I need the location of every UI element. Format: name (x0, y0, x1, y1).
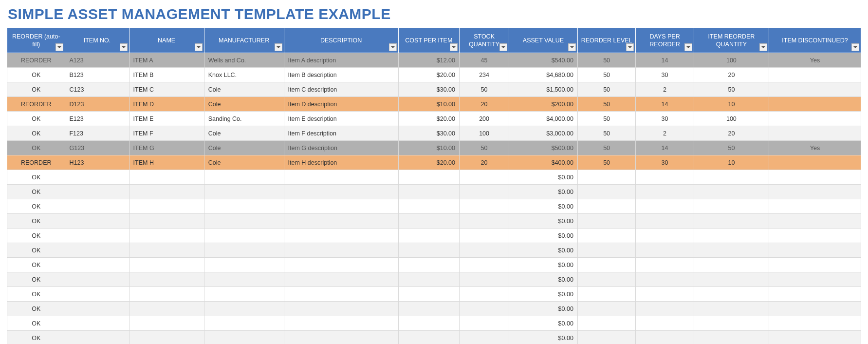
cell-level[interactable] (577, 287, 635, 302)
cell-cost[interactable] (398, 316, 459, 331)
cell-description[interactable]: Item G description (284, 141, 398, 155)
cell-cost[interactable] (398, 272, 459, 287)
cell-description[interactable] (284, 170, 398, 185)
cell-disc[interactable] (769, 126, 861, 141)
cell-item_no[interactable]: E123 (65, 112, 129, 126)
cell-disc[interactable] (769, 229, 861, 243)
cell-name[interactable] (129, 316, 204, 331)
cell-stock[interactable] (460, 185, 509, 199)
cell-reorder[interactable]: OK (7, 302, 65, 316)
cell-reqty[interactable] (694, 272, 769, 287)
cell-stock[interactable] (460, 214, 509, 229)
cell-level[interactable]: 50 (577, 82, 635, 97)
cell-days[interactable] (636, 243, 694, 258)
cell-stock[interactable] (460, 287, 509, 302)
cell-reorder[interactable]: OK (7, 170, 65, 185)
cell-reqty[interactable] (694, 199, 769, 214)
cell-asset[interactable]: $200.00 (509, 97, 578, 112)
cell-reorder[interactable]: OK (7, 258, 65, 272)
cell-cost[interactable] (398, 170, 459, 185)
cell-level[interactable] (577, 229, 635, 243)
cell-manufacturer[interactable] (204, 331, 284, 344)
cell-asset[interactable]: $0.00 (509, 287, 578, 302)
cell-stock[interactable] (460, 170, 509, 185)
cell-name[interactable] (129, 214, 204, 229)
cell-days[interactable] (636, 214, 694, 229)
cell-disc[interactable] (769, 199, 861, 214)
cell-item_no[interactable] (65, 272, 129, 287)
cell-reorder[interactable]: OK (7, 126, 65, 141)
cell-level[interactable] (577, 316, 635, 331)
cell-reqty[interactable]: 20 (694, 126, 769, 141)
cell-name[interactable]: ITEM H (129, 155, 204, 170)
cell-item_no[interactable] (65, 214, 129, 229)
cell-item_no[interactable] (65, 331, 129, 344)
cell-description[interactable] (284, 199, 398, 214)
cell-stock[interactable] (460, 258, 509, 272)
cell-cost[interactable] (398, 287, 459, 302)
cell-item_no[interactable]: D123 (65, 97, 129, 112)
cell-name[interactable] (129, 229, 204, 243)
cell-name[interactable]: ITEM E (129, 112, 204, 126)
cell-reorder[interactable]: OK (7, 243, 65, 258)
cell-asset[interactable]: $4,680.00 (509, 68, 578, 82)
cell-reqty[interactable] (694, 302, 769, 316)
cell-reorder[interactable]: OK (7, 82, 65, 97)
cell-reorder[interactable]: OK (7, 272, 65, 287)
cell-disc[interactable] (769, 82, 861, 97)
cell-level[interactable] (577, 258, 635, 272)
cell-reqty[interactable]: 50 (694, 82, 769, 97)
cell-manufacturer[interactable] (204, 258, 284, 272)
cell-name[interactable] (129, 243, 204, 258)
cell-reorder[interactable]: REORDER (7, 53, 65, 68)
cell-disc[interactable] (769, 316, 861, 331)
cell-reqty[interactable] (694, 229, 769, 243)
cell-name[interactable] (129, 170, 204, 185)
cell-reqty[interactable] (694, 287, 769, 302)
cell-item_no[interactable] (65, 243, 129, 258)
cell-disc[interactable] (769, 258, 861, 272)
cell-level[interactable]: 50 (577, 126, 635, 141)
cell-cost[interactable] (398, 199, 459, 214)
cell-reqty[interactable] (694, 185, 769, 199)
cell-asset[interactable]: $0.00 (509, 302, 578, 316)
cell-stock[interactable]: 234 (460, 68, 509, 82)
cell-name[interactable] (129, 331, 204, 344)
cell-reorder[interactable]: OK (7, 185, 65, 199)
cell-name[interactable] (129, 258, 204, 272)
cell-item_no[interactable] (65, 199, 129, 214)
cell-description[interactable]: Item H description (284, 155, 398, 170)
cell-reorder[interactable]: OK (7, 141, 65, 155)
cell-description[interactable]: Item A description (284, 53, 398, 68)
cell-level[interactable]: 50 (577, 68, 635, 82)
cell-days[interactable]: 2 (636, 126, 694, 141)
cell-reorder[interactable]: OK (7, 229, 65, 243)
cell-manufacturer[interactable] (204, 214, 284, 229)
cell-description[interactable] (284, 214, 398, 229)
cell-reqty[interactable]: 20 (694, 68, 769, 82)
cell-cost[interactable]: $12.00 (398, 53, 459, 68)
cell-name[interactable]: ITEM C (129, 82, 204, 97)
cell-item_no[interactable]: F123 (65, 126, 129, 141)
filter-dropdown-icon[interactable] (195, 43, 203, 51)
cell-name[interactable]: ITEM B (129, 68, 204, 82)
cell-disc[interactable] (769, 214, 861, 229)
cell-cost[interactable] (398, 302, 459, 316)
cell-stock[interactable] (460, 243, 509, 258)
cell-level[interactable]: 50 (577, 141, 635, 155)
cell-manufacturer[interactable]: Sanding Co. (204, 112, 284, 126)
cell-cost[interactable]: $20.00 (398, 68, 459, 82)
cell-disc[interactable] (769, 170, 861, 185)
cell-reqty[interactable]: 10 (694, 97, 769, 112)
cell-stock[interactable] (460, 229, 509, 243)
cell-reorder[interactable]: OK (7, 331, 65, 344)
cell-level[interactable]: 50 (577, 155, 635, 170)
cell-days[interactable] (636, 258, 694, 272)
cell-days[interactable] (636, 316, 694, 331)
cell-item_no[interactable] (65, 316, 129, 331)
cell-reqty[interactable] (694, 214, 769, 229)
cell-days[interactable]: 14 (636, 141, 694, 155)
cell-description[interactable] (284, 229, 398, 243)
cell-item_no[interactable] (65, 258, 129, 272)
cell-manufacturer[interactable]: Cole (204, 155, 284, 170)
